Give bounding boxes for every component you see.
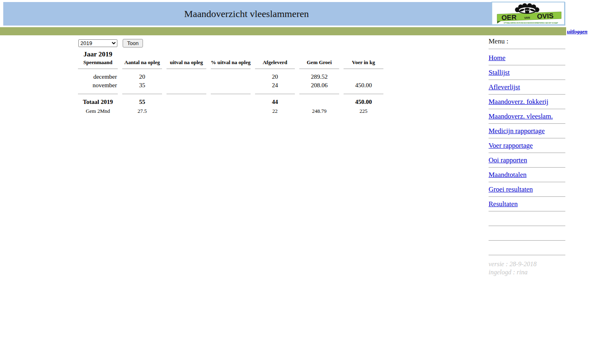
sidebar-item-afleverlijst[interactable]: Afleverlijst	[489, 80, 565, 95]
nav-strip	[0, 27, 566, 35]
sidebar-item-maandoverz-vleeslam-link[interactable]: Maandoverz. vleeslam.	[489, 112, 553, 120]
table-row: december 20 20 289.52	[78, 69, 383, 81]
sheep-icon	[515, 3, 539, 14]
sidebar-item-resultaten-link[interactable]: Resultaten	[489, 200, 518, 208]
cell-month: december	[78, 69, 118, 81]
cell-uitval	[167, 94, 206, 106]
cell-afgeleverd: 20	[255, 69, 295, 81]
sidebar-item-maandtotalen[interactable]: Maandtotalen	[489, 168, 565, 182]
logo-tagline: OPTIMALISERING EN RONDGEZONDHEIDSVERBETE…	[504, 22, 558, 24]
sidebar-item-home-link[interactable]: Home	[489, 54, 506, 62]
sidebar-item-home[interactable]: Home	[489, 49, 565, 65]
cell-pct-uitval	[211, 81, 251, 90]
table-rule	[78, 90, 383, 94]
sidebar-menu: Menu : Home Stallijst Afleverlijst Maand…	[489, 37, 565, 276]
menu-empty-row	[489, 211, 565, 226]
cell-gem-groei: 208.06	[299, 81, 339, 90]
menu-footer: versie : 28-9-2018 ingelogd : rina	[489, 260, 565, 276]
cell-voer: 450.00	[344, 81, 383, 90]
sidebar-item-maandtotalen-link[interactable]: Maandtotalen	[489, 171, 526, 179]
col-header-speenmaand: Speenmaand	[78, 59, 118, 69]
col-header-voer-in-kg: Voer in kg	[344, 59, 383, 69]
sidebar-item-ooi-rapporten[interactable]: Ooi rapporten	[489, 153, 565, 168]
cell-voer: 450.00	[344, 94, 383, 106]
version-text: versie : 28-9-2018	[489, 260, 565, 268]
cell-pct-uitval	[211, 106, 251, 115]
sidebar-item-medicijn-rapportage-link[interactable]: Medicijn rapportage	[489, 127, 545, 135]
report-caption: Jaar 2019	[74, 50, 122, 58]
col-header-afgeleverd: Afgeleverd	[255, 59, 295, 69]
sidebar-item-resultaten[interactable]: Resultaten	[489, 197, 565, 211]
year-select[interactable]: 2019	[78, 39, 117, 47]
logo-ribbon-fold	[497, 21, 501, 24]
cell-aantal: 20	[122, 69, 162, 81]
page-title: Maandoverzicht vleeslammeren	[3, 2, 490, 26]
menu-empty-row	[489, 241, 565, 255]
cell-afgeleverd: 44	[255, 94, 295, 106]
sidebar-item-stallijst[interactable]: Stallijst	[489, 65, 565, 80]
sidebar-item-maandoverz-vleeslam[interactable]: Maandoverz. vleeslam.	[489, 109, 565, 124]
cell-gem-groei: 289.52	[299, 69, 339, 81]
logo-word-van: VAN	[524, 16, 530, 19]
col-header-aantal-na-opleg: Aantal na opleg	[122, 59, 162, 69]
cell-pct-uitval	[211, 94, 251, 106]
cell-uitval	[167, 69, 206, 81]
cell-total-label: Totaal 2019	[78, 94, 118, 106]
logout-link[interactable]: uitloggen	[567, 28, 588, 35]
col-header-gem-groei: Gem Groei	[299, 59, 339, 69]
logo-graphic: OER VAN OVIS OPTIMALISERING EN RONDGEZON…	[492, 2, 564, 24]
cell-uitval	[167, 106, 206, 115]
cell-aantal: 27.5	[122, 106, 162, 115]
cell-voer	[344, 69, 383, 81]
logged-in-text: ingelogd : rina	[489, 268, 565, 276]
col-header-pct-uitval-na-opleg: % uitval na opleg	[211, 59, 251, 69]
menu-empty-row	[489, 226, 565, 241]
sidebar-item-groei-resultaten-link[interactable]: Groei resultaten	[489, 185, 533, 193]
cell-aantal: 55	[122, 94, 162, 106]
cell-month: november	[78, 81, 118, 90]
sidebar-item-stallijst-link[interactable]: Stallijst	[489, 69, 510, 76]
cell-aantal: 35	[122, 81, 162, 90]
show-button[interactable]: Toon	[123, 39, 143, 47]
total-row: Totaal 2019 55 44 450.00	[78, 94, 383, 106]
sidebar-item-voer-rapportage[interactable]: Voer rapportage	[489, 138, 565, 153]
cell-afgeleverd: 24	[255, 81, 295, 90]
cell-gem-groei: 248.79	[299, 106, 339, 115]
sidebar-item-afleverlijst-link[interactable]: Afleverlijst	[489, 83, 520, 91]
cell-uitval	[167, 81, 206, 90]
month-overview-table: Speenmaand Aantal na opleg uitval na opl…	[74, 59, 388, 115]
menu-title: Menu :	[489, 37, 565, 49]
logo-word-ovis: OVIS	[537, 12, 554, 21]
sidebar-item-groei-resultaten[interactable]: Groei resultaten	[489, 182, 565, 197]
sidebar-item-ooi-rapporten-link[interactable]: Ooi rapporten	[489, 156, 527, 164]
cell-gem-groei	[299, 94, 339, 106]
table-row: november 35 24 208.06 450.00	[78, 81, 383, 90]
sidebar-item-medicijn-rapportage[interactable]: Medicijn rapportage	[489, 124, 565, 138]
logo-word-oer: OER	[502, 13, 517, 22]
cell-voer: 225	[344, 106, 383, 115]
cell-afgeleverd: 22	[255, 106, 295, 115]
cell-pct-uitval	[211, 69, 251, 81]
sidebar-item-maandoverz-fokkerij[interactable]: Maandoverz. fokkerij	[489, 95, 565, 109]
header-row: Speenmaand Aantal na opleg uitval na opl…	[78, 59, 383, 69]
sidebar-item-maandoverz-fokkerij-link[interactable]: Maandoverz. fokkerij	[489, 98, 548, 106]
sidebar-item-voer-rapportage-link[interactable]: Voer rapportage	[489, 142, 533, 149]
oer-van-ovis-logo: OER VAN OVIS OPTIMALISERING EN RONDGEZON…	[491, 2, 565, 25]
cell-avg-label: Gem 2Mnd	[78, 106, 118, 115]
average-row: Gem 2Mnd 27.5 22 248.79 225	[78, 106, 383, 115]
year-controls: 2019 Toon	[78, 39, 143, 47]
col-header-uitval-na-opleg: uitval na opleg	[167, 59, 206, 69]
